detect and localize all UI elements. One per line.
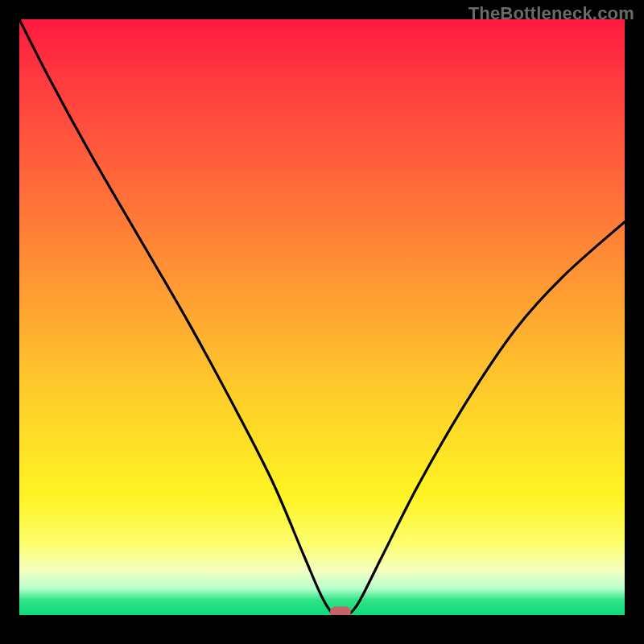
chart-frame: TheBottleneck.com — [0, 0, 644, 644]
plot-area — [19, 19, 625, 615]
curve-svg — [19, 19, 625, 615]
bottleneck-curve — [19, 19, 625, 615]
minimum-marker — [330, 607, 351, 616]
watermark-text: TheBottleneck.com — [469, 3, 634, 24]
